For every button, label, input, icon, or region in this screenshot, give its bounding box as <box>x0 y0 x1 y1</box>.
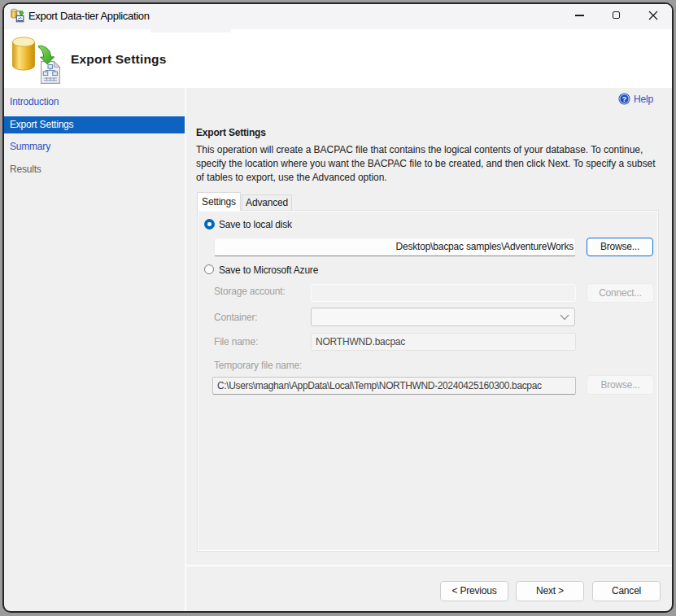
svg-text:?: ? <box>622 94 627 103</box>
